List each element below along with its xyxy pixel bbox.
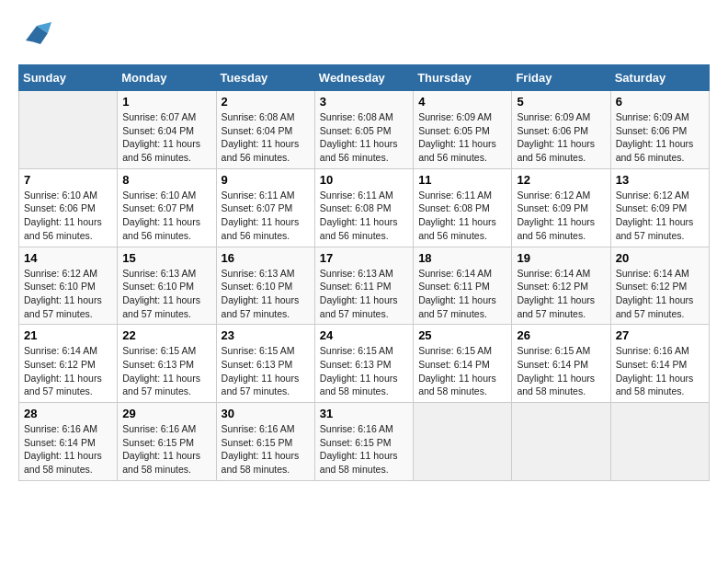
- sunrise: Sunrise: 6:15 AM: [320, 345, 393, 356]
- day-info: Sunrise: 6:08 AM Sunset: 6:04 PM Dayligh…: [222, 110, 310, 165]
- calendar-cell: 28 Sunrise: 6:16 AM Sunset: 6:14 PM Dayl…: [19, 403, 118, 481]
- sunset: Sunset: 6:13 PM: [222, 359, 293, 370]
- calendar-cell: 12 Sunrise: 6:12 AM Sunset: 6:09 PM Dayl…: [512, 168, 610, 247]
- day-info: Sunrise: 6:15 AM Sunset: 6:14 PM Dayligh…: [418, 344, 506, 398]
- calendar-table: SundayMondayTuesdayWednesdayThursdayFrid…: [18, 64, 710, 481]
- calendar-cell: [414, 403, 512, 481]
- calendar-cell: 19 Sunrise: 6:14 AM Sunset: 6:12 PM Dayl…: [512, 247, 610, 325]
- day-info: Sunrise: 6:14 AM Sunset: 6:12 PM Dayligh…: [517, 267, 605, 321]
- daylight: Daylight: 11 hours and 57 minutes.: [320, 294, 398, 319]
- calendar-cell: 16 Sunrise: 6:13 AM Sunset: 6:10 PM Dayl…: [216, 247, 314, 325]
- daylight: Daylight: 11 hours and 58 minutes.: [320, 373, 398, 397]
- sunset: Sunset: 6:11 PM: [418, 281, 490, 292]
- daylight: Daylight: 11 hours and 56 minutes.: [24, 216, 102, 241]
- day-number: 13: [616, 173, 704, 187]
- calendar-cell: 4 Sunrise: 6:09 AM Sunset: 6:05 PM Dayli…: [414, 91, 512, 169]
- calendar-cell: [610, 403, 709, 481]
- day-number: 3: [320, 95, 408, 109]
- calendar-week-4: 21 Sunrise: 6:14 AM Sunset: 6:12 PM Dayl…: [19, 325, 710, 403]
- calendar-cell: 8 Sunrise: 6:10 AM Sunset: 6:07 PM Dayli…: [118, 168, 216, 247]
- sunrise: Sunrise: 6:14 AM: [616, 268, 689, 279]
- sunrise: Sunrise: 6:10 AM: [122, 190, 196, 201]
- day-number: 26: [517, 328, 605, 342]
- calendar-cell: 27 Sunrise: 6:16 AM Sunset: 6:14 PM Dayl…: [610, 325, 709, 403]
- daylight: Daylight: 11 hours and 57 minutes.: [517, 294, 595, 319]
- sunset: Sunset: 6:10 PM: [24, 281, 96, 292]
- sunset: Sunset: 6:14 PM: [418, 359, 490, 370]
- sunset: Sunset: 6:07 PM: [122, 202, 194, 213]
- calendar-cell: 29 Sunrise: 6:16 AM Sunset: 6:15 PM Dayl…: [118, 403, 216, 481]
- calendar-week-2: 7 Sunrise: 6:10 AM Sunset: 6:06 PM Dayli…: [19, 168, 710, 247]
- sunrise: Sunrise: 6:16 AM: [122, 423, 196, 434]
- day-info: Sunrise: 6:07 AM Sunset: 6:04 PM Dayligh…: [122, 110, 210, 165]
- daylight: Daylight: 11 hours and 56 minutes.: [517, 216, 595, 241]
- sunset: Sunset: 6:09 PM: [616, 202, 688, 213]
- sunset: Sunset: 6:12 PM: [24, 359, 96, 370]
- calendar-week-5: 28 Sunrise: 6:16 AM Sunset: 6:14 PM Dayl…: [19, 403, 710, 481]
- daylight: Daylight: 11 hours and 57 minutes.: [24, 373, 102, 397]
- header-sunday: Sunday: [19, 65, 118, 91]
- sunrise: Sunrise: 6:09 AM: [616, 111, 689, 122]
- day-number: 11: [418, 173, 506, 187]
- sunrise: Sunrise: 6:16 AM: [222, 423, 295, 434]
- daylight: Daylight: 11 hours and 57 minutes.: [616, 216, 694, 241]
- calendar-cell: 9 Sunrise: 6:11 AM Sunset: 6:07 PM Dayli…: [216, 168, 314, 247]
- calendar-cell: 23 Sunrise: 6:15 AM Sunset: 6:13 PM Dayl…: [216, 325, 314, 403]
- day-info: Sunrise: 6:13 AM Sunset: 6:11 PM Dayligh…: [320, 267, 408, 321]
- daylight: Daylight: 11 hours and 58 minutes.: [122, 450, 200, 475]
- sunset: Sunset: 6:05 PM: [320, 125, 392, 136]
- sunrise: Sunrise: 6:16 AM: [320, 423, 393, 434]
- calendar-week-1: 1 Sunrise: 6:07 AM Sunset: 6:04 PM Dayli…: [19, 91, 710, 169]
- daylight: Daylight: 11 hours and 58 minutes.: [418, 373, 496, 397]
- sunset: Sunset: 6:13 PM: [122, 359, 194, 370]
- day-number: 5: [517, 95, 605, 109]
- day-info: Sunrise: 6:12 AM Sunset: 6:09 PM Dayligh…: [517, 189, 605, 243]
- daylight: Daylight: 11 hours and 57 minutes.: [616, 294, 694, 319]
- calendar-cell: 21 Sunrise: 6:14 AM Sunset: 6:12 PM Dayl…: [19, 325, 118, 403]
- calendar-cell: 5 Sunrise: 6:09 AM Sunset: 6:06 PM Dayli…: [512, 91, 610, 169]
- daylight: Daylight: 11 hours and 57 minutes.: [24, 294, 102, 319]
- calendar-cell: 15 Sunrise: 6:13 AM Sunset: 6:10 PM Dayl…: [118, 247, 216, 325]
- header-friday: Friday: [512, 65, 610, 91]
- day-info: Sunrise: 6:16 AM Sunset: 6:14 PM Dayligh…: [616, 344, 704, 398]
- sunrise: Sunrise: 6:10 AM: [24, 190, 97, 201]
- sunset: Sunset: 6:10 PM: [222, 281, 293, 292]
- day-info: Sunrise: 6:10 AM Sunset: 6:06 PM Dayligh…: [24, 189, 112, 243]
- sunrise: Sunrise: 6:11 AM: [320, 190, 393, 201]
- sunset: Sunset: 6:11 PM: [320, 281, 392, 292]
- day-info: Sunrise: 6:13 AM Sunset: 6:10 PM Dayligh…: [222, 267, 310, 321]
- day-info: Sunrise: 6:09 AM Sunset: 6:06 PM Dayligh…: [517, 110, 605, 165]
- header-wednesday: Wednesday: [314, 65, 413, 91]
- sunset: Sunset: 6:08 PM: [418, 202, 490, 213]
- sunset: Sunset: 6:15 PM: [222, 437, 293, 448]
- sunrise: Sunrise: 6:09 AM: [418, 111, 492, 122]
- sunrise: Sunrise: 6:16 AM: [616, 345, 689, 356]
- daylight: Daylight: 11 hours and 56 minutes.: [616, 138, 694, 163]
- sunset: Sunset: 6:06 PM: [616, 125, 688, 136]
- sunrise: Sunrise: 6:14 AM: [418, 268, 492, 279]
- sunrise: Sunrise: 6:11 AM: [222, 190, 295, 201]
- day-number: 15: [122, 251, 210, 265]
- calendar-cell: 17 Sunrise: 6:13 AM Sunset: 6:11 PM Dayl…: [314, 247, 413, 325]
- daylight: Daylight: 11 hours and 56 minutes.: [122, 216, 200, 241]
- daylight: Daylight: 11 hours and 58 minutes.: [320, 450, 398, 475]
- calendar-week-3: 14 Sunrise: 6:12 AM Sunset: 6:10 PM Dayl…: [19, 247, 710, 325]
- calendar-cell: 18 Sunrise: 6:14 AM Sunset: 6:11 PM Dayl…: [414, 247, 512, 325]
- day-info: Sunrise: 6:16 AM Sunset: 6:15 PM Dayligh…: [122, 422, 210, 477]
- header-monday: Monday: [118, 65, 216, 91]
- calendar-cell: 31 Sunrise: 6:16 AM Sunset: 6:15 PM Dayl…: [314, 403, 413, 481]
- calendar-cell: 11 Sunrise: 6:11 AM Sunset: 6:08 PM Dayl…: [414, 168, 512, 247]
- sunrise: Sunrise: 6:09 AM: [517, 111, 590, 122]
- daylight: Daylight: 11 hours and 58 minutes.: [517, 373, 595, 397]
- sunrise: Sunrise: 6:14 AM: [517, 268, 590, 279]
- day-number: 28: [24, 407, 112, 420]
- daylight: Daylight: 11 hours and 56 minutes.: [320, 216, 398, 241]
- sunrise: Sunrise: 6:08 AM: [320, 111, 393, 122]
- day-info: Sunrise: 6:15 AM Sunset: 6:14 PM Dayligh…: [517, 344, 605, 398]
- sunset: Sunset: 6:14 PM: [24, 437, 96, 448]
- daylight: Daylight: 11 hours and 57 minutes.: [222, 294, 300, 319]
- calendar-cell: 6 Sunrise: 6:09 AM Sunset: 6:06 PM Dayli…: [610, 91, 709, 169]
- sunrise: Sunrise: 6:12 AM: [24, 268, 97, 279]
- daylight: Daylight: 11 hours and 58 minutes.: [616, 373, 694, 397]
- day-number: 23: [222, 328, 310, 342]
